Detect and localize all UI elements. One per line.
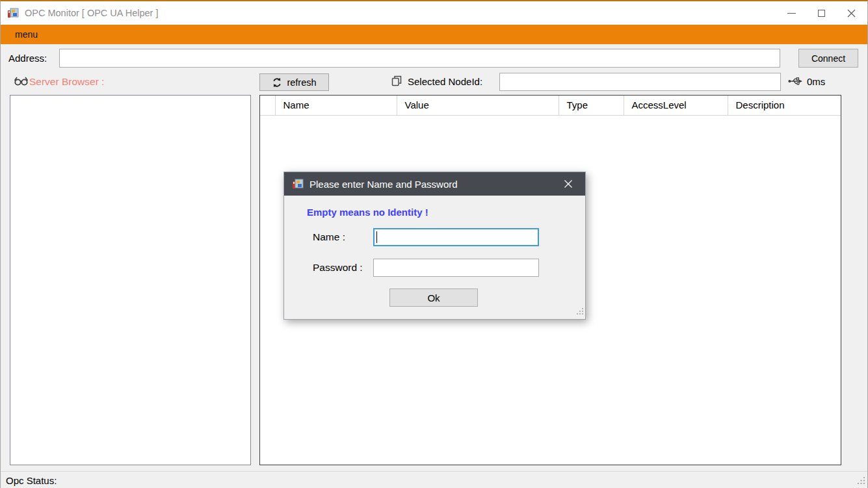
menu-item-menu[interactable]: menu xyxy=(8,29,44,40)
minimize-icon xyxy=(787,13,796,14)
dialog-close-button[interactable] xyxy=(557,172,580,196)
refresh-icon xyxy=(272,77,282,88)
dialog-close-icon xyxy=(564,179,573,188)
column-header-type[interactable]: Type xyxy=(559,96,624,115)
window-controls xyxy=(776,1,866,25)
app-icon xyxy=(7,7,19,19)
selected-nodeid-label: Selected NodeId: xyxy=(408,76,482,87)
glasses-icon xyxy=(13,75,29,88)
column-header-name[interactable]: Name xyxy=(275,96,397,115)
credentials-dialog: Please enter Name and Password Empty mea… xyxy=(283,172,586,320)
ok-button[interactable]: Ok xyxy=(389,289,478,307)
window-resize-grip[interactable] xyxy=(856,476,865,487)
column-header-description[interactable]: Description xyxy=(728,96,841,115)
node-table: Name Value Type AccessLevel Description xyxy=(260,96,841,116)
server-browser-label: Server Browser : xyxy=(29,76,104,88)
usb-icon xyxy=(788,76,803,89)
refresh-label: refresh xyxy=(287,77,316,88)
address-input[interactable] xyxy=(59,49,780,68)
text-caret xyxy=(376,231,377,243)
dialog-resize-grip[interactable] xyxy=(576,306,584,318)
status-bar: Opc Status: xyxy=(1,471,867,488)
dialog-hint-text: Empty means no Identity ! xyxy=(307,207,428,218)
title-bar: OPC Monitor [ OPC UA Helper ] xyxy=(1,1,867,25)
dialog-title-bar: Please enter Name and Password xyxy=(284,172,585,196)
minimize-button[interactable] xyxy=(776,1,806,25)
close-button[interactable] xyxy=(836,1,866,25)
menu-bar: menu xyxy=(1,25,867,44)
dialog-body: Empty means no Identity ! Name : Passwor… xyxy=(284,196,585,319)
server-browser-tree[interactable] xyxy=(10,95,251,465)
dialog-app-icon xyxy=(292,178,304,190)
column-header-value[interactable]: Value xyxy=(397,96,559,115)
name-input[interactable] xyxy=(373,228,539,246)
row-header-column xyxy=(260,96,275,115)
status-label: Opc Status: xyxy=(6,475,57,486)
name-label: Name : xyxy=(313,231,345,243)
table-header-row: Name Value Type AccessLevel Description xyxy=(260,96,841,115)
close-icon xyxy=(847,9,856,18)
app-window: OPC Monitor [ OPC UA Helper ] menu Addre… xyxy=(0,0,868,488)
password-label: Password : xyxy=(313,262,363,274)
window-title: OPC Monitor [ OPC UA Helper ] xyxy=(25,8,158,18)
dialog-title: Please enter Name and Password xyxy=(309,179,458,190)
latency-value: 0ms xyxy=(807,76,825,87)
maximize-button[interactable] xyxy=(806,1,836,25)
password-input[interactable] xyxy=(373,259,539,277)
maximize-icon xyxy=(818,10,825,17)
connect-button[interactable]: Connect xyxy=(798,49,858,68)
column-header-accesslevel[interactable]: AccessLevel xyxy=(624,96,728,115)
address-label: Address: xyxy=(8,53,47,64)
selected-nodeid-input[interactable] xyxy=(499,73,781,91)
refresh-button[interactable]: refresh xyxy=(259,73,329,91)
copy-icon xyxy=(391,75,402,90)
